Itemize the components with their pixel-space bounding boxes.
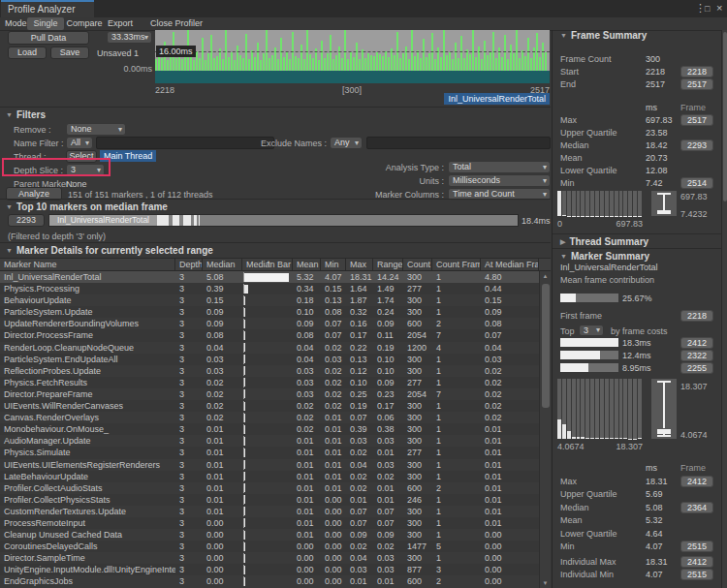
table-row[interactable]: Inl_UniversalRenderTotal35.085.324.0718.… [0,271,539,283]
table-row[interactable]: Director.SampleTime30.000.000.000.040.03… [0,552,539,564]
column-header-count-frame[interactable]: Count Frame [432,259,481,270]
depth-slice-dropdown[interactable]: 3 ▾ [66,164,105,176]
table-row[interactable]: RenderLoop.CleanupNodeQueue30.040.040.02… [0,342,539,354]
frame-link-button[interactable]: 2514 [680,177,713,189]
table-row[interactable]: AudioManager.Update30.010.010.010.030.03… [0,435,539,447]
table-row[interactable]: Physics.Processing30.390.340.151.641.492… [0,283,539,294]
filters-header[interactable]: ▼Filters [6,109,46,120]
scale-dropdown[interactable]: 33.33ms ▾ [107,31,152,44]
frame-link-button[interactable]: 2515 [680,569,713,580]
column-header-marker-name[interactable]: Marker Name [0,259,175,270]
table-row[interactable]: UIEvents.UIElementsRegisterRenderers30.0… [0,459,539,471]
table-row[interactable]: Monobehaviour.OnMouse_30.010.020.010.390… [0,423,539,435]
table-scrollbar-thumb[interactable] [542,284,550,408]
mode-single-button[interactable]: Single [27,17,64,30]
mode-compare-button[interactable]: Compare [65,17,104,30]
divider [0,199,551,200]
frame-link-button[interactable]: 2412 [680,476,713,487]
column-header-median-bar[interactable]: Median Bar▴ [242,259,293,270]
table-row[interactable]: Cleanup Unused Cached Data30.000.010.000… [0,529,539,541]
panel-splitter[interactable] [552,30,553,588]
summary-value: 18.31 [646,477,680,486]
table-row[interactable]: CoroutinesDelayedCalls30.000.000.000.020… [0,541,539,552]
table-row[interactable]: CustomRenderTextures.Update30.010.010.00… [0,506,539,517]
frame-link-button[interactable]: 2293 [680,139,713,151]
scroll-down-icon[interactable]: ▼ [540,580,551,586]
table-row[interactable]: Profiler.CollectPhysicsStats30.010.010.0… [0,494,539,506]
units-dropdown[interactable]: Milliseconds ▾ [448,174,551,187]
tab-profile-analyzer[interactable]: Profile Analyzer [1,0,94,17]
thread-summary-header[interactable]: ▶Thread Summary [560,236,648,247]
table-row[interactable]: UnityEngine.InputModule.dll!UnityEngineI… [0,564,539,575]
table-row[interactable]: ParticleSystem.EndUpdateAll30.030.040.03… [0,354,539,365]
table-row[interactable]: UpdateRendererBoundingVolumes30.090.090.… [0,318,539,329]
top-n-dropdown[interactable]: 3 ▾ [579,325,604,336]
table-row[interactable]: LateBehaviourUpdate30.010.010.010.020.02… [0,471,539,482]
column-header-at-median-frame[interactable]: At Median Frame [481,259,539,270]
table-row[interactable]: BehaviourUpdate30.150.180.131.871.743001… [0,294,539,306]
frame-summary-header[interactable]: ▼Frame Summary [560,30,647,41]
frame-link-button[interactable]: 2412 [680,337,713,349]
close-icon[interactable]: × [716,2,722,15]
column-header-count[interactable]: Count [403,259,432,270]
right-panel-scrollbar[interactable] [721,30,727,588]
analysis-type-dropdown[interactable]: Total ▾ [448,161,551,173]
export-button[interactable]: Export [106,17,135,30]
column-header-depth[interactable]: Depth [175,259,203,270]
frame-time-bar [207,53,209,71]
name-filter-mode-dropdown[interactable]: All ▾ [66,137,93,149]
marker-details-header[interactable]: ▼Marker Details for currently selected r… [6,245,213,256]
top10-header[interactable]: ▼Top 10 markers on median frame [6,201,168,212]
frame-time-chart[interactable]: 16.00ms [155,30,550,83]
frame-link-button[interactable]: 2364 [680,502,713,513]
pull-data-button[interactable]: Pull Data [8,31,89,45]
maximize-icon[interactable]: □ [705,3,710,15]
table-row[interactable]: ParticleSystem.Update30.090.100.080.320.… [0,306,539,318]
thread-select-button[interactable]: Select [66,150,97,163]
load-button[interactable]: Load [8,46,47,59]
exclude-mode-dropdown[interactable]: Any ▾ [330,137,363,149]
frame-link-button[interactable]: 2517 [680,114,713,126]
table-row[interactable]: Director.PrepareFrame30.020.030.020.250.… [0,388,539,400]
table-cell: 0.03 [373,552,403,564]
exclude-names-input[interactable] [366,137,551,149]
top10-stacked-bar[interactable]: Inl_UniversalRenderTotal [48,214,519,227]
table-row[interactable]: UIEvents.WillRenderCanvases30.020.020.02… [0,400,539,412]
column-header-range[interactable]: Range [373,259,403,270]
table-cell: 0.00 [203,541,242,552]
table-cell: 0.01 [321,435,346,447]
scroll-up-icon[interactable]: ▲ [540,273,551,279]
right-panel-scrollbar-thumb[interactable] [723,32,727,201]
column-header-max[interactable]: Max [346,259,373,270]
table-row[interactable]: Physics.Simulate30.010.010.010.020.01277… [0,447,539,458]
marker-summary-header[interactable]: ▼Marker Summary [560,251,649,262]
table-cell: 1 [432,306,481,318]
table-cell: 0.07 [346,412,373,423]
column-header-mean[interactable]: Mean [293,259,321,270]
table-row[interactable]: Profiler.CollectAudioStats30.010.010.010… [0,482,539,494]
table-row[interactable]: ReflectionProbes.Update30.030.030.020.12… [0,365,539,377]
frame-link-button[interactable]: 2218 [680,66,713,77]
table-cell: 0.09 [203,318,242,329]
table-scrollbar[interactable]: ▲ ▼ [539,271,551,588]
column-header-min[interactable]: Min [321,259,346,270]
frame-link-button[interactable]: 2322 [680,350,713,361]
table-row[interactable]: Canvas.RenderOverlays30.020.020.010.070.… [0,412,539,423]
frame-link-button[interactable]: 2517 [680,78,713,90]
frame-link-button[interactable]: 2218 [680,310,713,322]
frame-link-button[interactable]: 2515 [680,541,713,552]
table-row[interactable]: Physics.FetchResults30.020.030.020.100.0… [0,377,539,388]
name-filter-input[interactable] [96,137,274,149]
column-header-median[interactable]: Median [203,259,242,270]
table-row[interactable]: Director.ProcessFrame30.080.080.070.170.… [0,329,539,341]
table-row[interactable]: ProcessRemoteInput30.000.010.000.070.073… [0,517,539,529]
remove-dropdown[interactable]: None ▾ [66,123,126,136]
table-row[interactable]: EndGraphicsJobs30.000.000.000.010.016002… [0,575,539,587]
frame-link-button[interactable]: 2412 [680,556,713,568]
frame-hist-max-label: 697.83 [557,219,643,229]
median-bar-cell [242,283,293,294]
top10-frame-button[interactable]: 2293 [8,214,45,227]
save-button[interactable]: Save [50,46,89,59]
close-profiler-window-button[interactable]: Close Profiler Window [136,17,217,30]
frame-link-button[interactable]: 2255 [680,362,713,374]
